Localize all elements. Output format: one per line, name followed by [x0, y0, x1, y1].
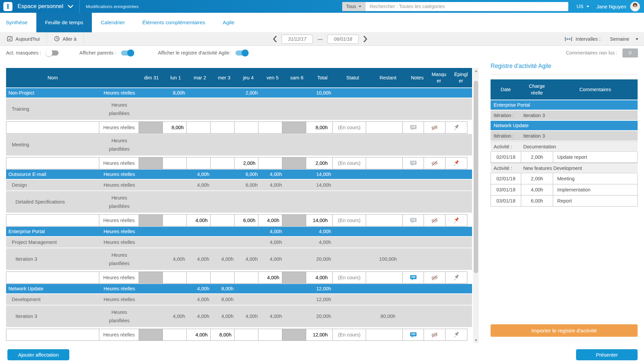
hours-input-mer-3[interactable] [210, 157, 235, 169]
day-value-mar-2 [188, 191, 212, 213]
pin-button[interactable] [445, 121, 467, 134]
intervals-control[interactable]: Intervalles : Semaine [565, 36, 644, 42]
pin-button[interactable] [445, 271, 467, 284]
hours-input-mar-2[interactable]: 4,00h [186, 329, 211, 341]
agile-column-comments: Commentaires [553, 87, 638, 92]
hours-input-jeu-4[interactable] [234, 271, 258, 284]
caret-down-icon [636, 38, 638, 40]
submit-button[interactable]: Présenter [576, 349, 638, 360]
hide-button[interactable] [424, 329, 445, 341]
pin-button[interactable] [445, 157, 467, 169]
hours-input-ven-5[interactable] [258, 121, 282, 134]
hours-input-ven-5[interactable] [258, 157, 282, 169]
hours-input-ven-5[interactable] [258, 329, 282, 341]
scrollbar-thumb[interactable] [474, 81, 478, 273]
total-value [309, 191, 336, 213]
vertical-scrollbar[interactable] [473, 68, 479, 343]
pin-button[interactable] [445, 329, 467, 341]
hours-input-ven-5[interactable]: 4,00h [258, 214, 282, 226]
day-value-ven-5: 4,00h [260, 305, 285, 327]
workspace-selector[interactable]: Espace personnel [17, 3, 63, 10]
tab-feuille-de-temps[interactable]: Feuille de temps [36, 13, 92, 32]
search-scope-dropdown[interactable]: Tous [342, 2, 365, 11]
entry-name-input[interactable] [6, 329, 99, 341]
tab-elements-complementaires[interactable]: Éléments complémentaires [134, 13, 214, 32]
hours-input-mer-3[interactable] [210, 121, 235, 134]
pin-button[interactable] [445, 214, 467, 226]
show-parents-toggle[interactable] [121, 50, 134, 56]
remaining-value [369, 294, 406, 305]
hours-input-ven-5[interactable]: 4,00h [258, 271, 282, 284]
hours-input-mar-2[interactable] [186, 271, 211, 284]
search-input[interactable] [365, 2, 568, 11]
hours-input-mer-3[interactable]: 8,00h [210, 329, 235, 341]
previous-week-button[interactable] [273, 36, 277, 42]
notes-button[interactable] [402, 214, 424, 226]
notes-button[interactable] [402, 157, 424, 169]
hours-input-lun-1[interactable] [163, 214, 187, 226]
import-activity-log-button[interactable]: Importer le registre d'activité [491, 324, 638, 337]
user-avatar[interactable] [630, 2, 640, 11]
hours-input-lun-1[interactable]: 8,00h [163, 121, 187, 134]
goto-button[interactable]: Aller à [47, 33, 84, 45]
hours-input-jeu-4[interactable]: 2,00h [234, 157, 258, 169]
remaining-value [369, 237, 406, 248]
agile-log-entry: 02/01/18 2,00h Update report [491, 152, 638, 163]
hide-button[interactable] [424, 121, 445, 134]
entry-name-input[interactable] [6, 157, 99, 169]
entry-name-input[interactable] [6, 271, 99, 284]
hours-input-lun-1[interactable] [163, 157, 187, 169]
hours-input-jeu-4[interactable] [234, 329, 258, 341]
entry-name-input[interactable] [6, 121, 99, 134]
today-label: Aujourd'hui [15, 36, 40, 42]
hidden-activities-toggle[interactable] [46, 50, 59, 56]
user-name[interactable]: Jane Nguyen [597, 4, 626, 9]
start-date-input[interactable]: 31/12/17 [282, 35, 313, 44]
day-value-ven-5: 4,00h [260, 170, 285, 179]
hide-button[interactable] [424, 214, 445, 226]
scroll-up-arrow[interactable] [473, 68, 479, 74]
entry-remaining-input[interactable] [366, 329, 403, 341]
hours-input-lun-1[interactable] [163, 271, 187, 284]
entry-remaining-input[interactable] [366, 214, 403, 226]
interval-value: Semaine [610, 36, 629, 42]
agile-panel-title: Registre d'activité Agile [491, 63, 638, 75]
hours-input-mer-3[interactable] [210, 214, 235, 226]
hours-type-label: Heuresplanifiées [99, 305, 139, 327]
notes-button[interactable] [402, 271, 424, 284]
notes-button[interactable] [402, 329, 424, 341]
hours-input-mar-2[interactable] [186, 157, 211, 169]
show-agile-log-toggle[interactable] [236, 50, 248, 56]
hide-button[interactable] [424, 271, 445, 284]
next-week-button[interactable] [363, 36, 368, 42]
locale-dropdown[interactable]: US [576, 4, 589, 9]
hours-input-jeu-4[interactable]: 6,00h [234, 214, 258, 226]
hours-type-label: Heures réelles [99, 329, 139, 341]
eye-slash-icon [431, 218, 438, 223]
entry-remaining-input[interactable] [366, 271, 403, 284]
hours-input-mer-3[interactable] [210, 271, 235, 284]
add-assignment-button[interactable]: Ajouter affectation [7, 349, 69, 360]
hours-input-lun-1[interactable] [163, 329, 187, 341]
agile-log-entry: 03/01/18 6,00h Report [491, 195, 638, 207]
entry-remaining-input[interactable] [366, 157, 403, 169]
tab-synthese[interactable]: Synthèse [0, 13, 36, 32]
today-button[interactable]: Aujourd'hui [0, 33, 47, 45]
column-masquer: Masquer [428, 71, 450, 84]
hide-button[interactable] [424, 157, 445, 169]
notes-icon [410, 218, 417, 223]
end-date-input[interactable]: 06/01/18 [327, 35, 359, 44]
column-sam-6: sam 6 [285, 75, 309, 80]
hours-input-mar-2[interactable]: 4,00h [186, 214, 211, 226]
date-toolbar: Aujourd'hui Aller à 31/12/17 — 06/01/18 … [0, 32, 644, 46]
scroll-down-arrow[interactable] [473, 337, 479, 343]
chevron-down-icon[interactable] [68, 5, 73, 8]
hours-input-jeu-4[interactable] [234, 121, 258, 134]
entry-name-input[interactable] [6, 214, 99, 226]
hours-input-mar-2[interactable] [186, 121, 211, 134]
tab-calendrier[interactable]: Calendrier [92, 13, 134, 32]
notes-button[interactable] [402, 121, 424, 134]
entry-remaining-input[interactable] [366, 121, 403, 134]
tab-agile[interactable]: Agile [214, 13, 243, 32]
app-logo[interactable]: I [3, 2, 12, 11]
